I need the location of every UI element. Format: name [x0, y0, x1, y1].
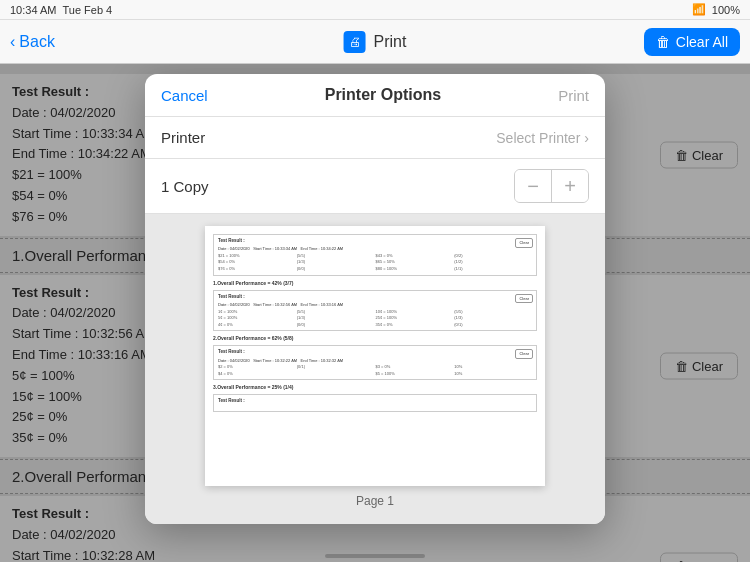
preview-section-2: Clear Test Result : Date : 04/02/2020 St… [213, 290, 537, 332]
clear-all-button[interactable]: 🗑 Clear All [644, 28, 740, 56]
page-label: Page 1 [356, 494, 394, 508]
preview-clear-1: Clear [515, 238, 533, 248]
print-preview: Clear Test Result : Date : 04/02/2020 St… [145, 214, 605, 524]
copy-stepper: − + [514, 169, 589, 203]
preview-section-1: Clear Test Result : Date : 04/02/2020 St… [213, 234, 537, 276]
back-button[interactable]: ‹ Back [10, 33, 55, 51]
preview-perf-2: 2.Overall Performance = 62% (5/8) [213, 335, 537, 342]
cancel-button[interactable]: Cancel [161, 87, 208, 104]
copy-row: 1 Copy − + [145, 159, 605, 214]
preview-clear-2: Clear [515, 294, 533, 304]
chevron-right-icon: › [584, 130, 589, 146]
printer-options-modal: Cancel Printer Options Print Printer Sel… [145, 74, 605, 524]
modal-title: Printer Options [325, 86, 441, 104]
nav-bar: ‹ Back 🖨 Print 🗑 Clear All [0, 20, 750, 64]
printer-row[interactable]: Printer Select Printer › [145, 117, 605, 159]
nav-right-area: 🗑 Clear All [644, 28, 740, 56]
preview-section-4: Test Result : [213, 394, 537, 412]
preview-perf-3: 3.Overall Performance = 25% (1/4) [213, 384, 537, 391]
stepper-minus-button[interactable]: − [515, 170, 551, 202]
modal-header: Cancel Printer Options Print [145, 74, 605, 117]
status-date: Tue Feb 4 [62, 4, 112, 16]
copy-label: 1 Copy [161, 178, 209, 195]
clear-all-label: Clear All [676, 34, 728, 50]
preview-perf-1: 1.Overall Performance = 42% (3/7) [213, 280, 537, 287]
preview-clear-3: Clear [515, 349, 533, 359]
print-button[interactable]: Print [558, 87, 589, 104]
preview-section-3: Clear Test Result : Date : 04/02/2020 St… [213, 345, 537, 380]
trash-icon: 🗑 [656, 34, 670, 50]
printer-label: Printer [161, 129, 205, 146]
nav-title: 🖨 Print [344, 31, 407, 53]
preview-content: Clear Test Result : Date : 04/02/2020 St… [213, 234, 537, 412]
main-content: Test Result : Date : 04/02/2020 Start Ti… [0, 64, 750, 562]
back-label: Back [19, 33, 55, 51]
preview-page: Clear Test Result : Date : 04/02/2020 St… [205, 226, 545, 486]
select-printer-label: Select Printer [496, 130, 580, 146]
battery-label: 100% [712, 4, 740, 16]
printer-select[interactable]: Select Printer › [496, 130, 589, 146]
status-time: 10:34 AM [10, 4, 56, 16]
nav-title-label: Print [374, 33, 407, 51]
wifi-icon: 📶 [692, 3, 706, 16]
back-chevron-icon: ‹ [10, 33, 15, 51]
status-bar: 10:34 AM Tue Feb 4 📶 100% [0, 0, 750, 20]
modal-overlay: Cancel Printer Options Print Printer Sel… [0, 64, 750, 562]
stepper-plus-button[interactable]: + [552, 170, 588, 202]
print-icon: 🖨 [344, 31, 366, 53]
